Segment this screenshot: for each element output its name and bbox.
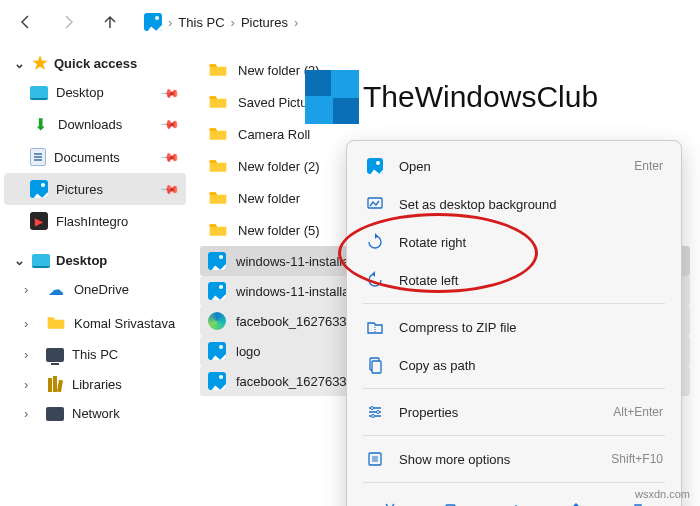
file-label: facebook_162763387 xyxy=(236,314,361,329)
folder-icon xyxy=(208,60,228,80)
rename-button[interactable] xyxy=(494,495,534,506)
up-button[interactable] xyxy=(92,4,128,40)
folder-icon xyxy=(208,124,228,144)
menu-setbg[interactable]: Set as desktop background xyxy=(353,185,675,223)
documents-icon xyxy=(30,148,46,166)
folder-row[interactable]: Saved Pictures xyxy=(200,86,690,118)
menu-label: Rotate right xyxy=(399,235,663,250)
breadcrumb[interactable]: › This PC › Pictures › xyxy=(134,2,692,42)
folder-icon xyxy=(46,313,66,333)
sidebar-item-downloads[interactable]: ⬇ Downloads 📌 xyxy=(4,107,186,141)
svg-rect-2 xyxy=(372,361,381,373)
credit-label: wsxdn.com xyxy=(635,488,690,500)
image-file-icon xyxy=(208,342,226,360)
svg-point-5 xyxy=(372,415,375,418)
menu-open[interactable]: Open Enter xyxy=(353,147,675,185)
rotate-left-icon xyxy=(365,270,385,290)
sidebar-item-label: Pictures xyxy=(56,182,103,197)
chevron-right-icon: › xyxy=(168,15,172,30)
cloud-icon: ☁ xyxy=(46,279,66,299)
edge-icon xyxy=(208,312,226,330)
chevron-right-icon: › xyxy=(24,406,38,421)
context-toolbar xyxy=(353,487,675,506)
file-label: New folder xyxy=(238,191,300,206)
chevron-down-icon: ⌄ xyxy=(12,56,26,71)
menu-accel: Enter xyxy=(634,159,663,173)
image-file-icon xyxy=(208,372,226,390)
sidebar-item-desktop[interactable]: Desktop 📌 xyxy=(4,78,186,107)
cut-button[interactable] xyxy=(370,495,410,506)
menu-label: Set as desktop background xyxy=(399,197,663,212)
pin-icon: 📌 xyxy=(160,82,181,103)
folder-icon xyxy=(208,92,228,112)
chevron-right-icon: › xyxy=(24,347,38,362)
file-label: logo xyxy=(236,344,261,359)
back-button[interactable] xyxy=(8,4,44,40)
quick-access-label: Quick access xyxy=(54,56,137,71)
flash-icon: ▶ xyxy=(30,212,48,230)
sidebar-item-label: Desktop xyxy=(56,85,104,100)
sidebar-item-flashintegro[interactable]: ▶ FlashIntegro xyxy=(4,205,186,237)
file-label: New folder (5) xyxy=(238,223,320,238)
menu-rotate-left[interactable]: Rotate left xyxy=(353,261,675,299)
chevron-down-icon: ⌄ xyxy=(12,253,26,268)
svg-point-3 xyxy=(371,407,374,410)
image-file-icon xyxy=(208,282,226,300)
svg-rect-0 xyxy=(368,198,382,208)
zip-icon xyxy=(365,317,385,337)
sidebar-item-thispc[interactable]: › This PC xyxy=(4,340,186,369)
chevron-right-icon: › xyxy=(24,282,38,297)
desktop-icon xyxy=(32,254,50,268)
sidebar-item-label: Libraries xyxy=(72,377,122,392)
menu-label: Open xyxy=(399,159,620,174)
sidebar-item-onedrive[interactable]: › ☁ OneDrive xyxy=(4,272,186,306)
file-label: windows-11-installat xyxy=(236,254,353,269)
image-file-icon xyxy=(208,252,226,270)
file-label: Camera Roll xyxy=(238,127,310,142)
properties-icon xyxy=(365,402,385,422)
menu-more[interactable]: Show more options Shift+F10 xyxy=(353,440,675,478)
breadcrumb-root[interactable]: This PC xyxy=(178,15,224,30)
pin-icon: 📌 xyxy=(160,147,181,168)
chevron-right-icon: › xyxy=(24,377,38,392)
toolbar: › This PC › Pictures › xyxy=(0,0,700,44)
libraries-icon xyxy=(46,376,64,392)
sidebar: ⌄ ★ Quick access Desktop 📌 ⬇ Downloads 📌… xyxy=(0,44,190,506)
copy-button[interactable] xyxy=(432,495,472,506)
sidebar-item-documents[interactable]: Documents 📌 xyxy=(4,141,186,173)
sidebar-item-userfolder[interactable]: › Komal Srivastava xyxy=(4,306,186,340)
sidebar-item-libraries[interactable]: › Libraries xyxy=(4,369,186,399)
folder-icon xyxy=(208,220,228,240)
sidebar-item-pictures[interactable]: Pictures 📌 xyxy=(4,173,186,205)
menu-rotate-right[interactable]: Rotate right xyxy=(353,223,675,261)
menu-separator xyxy=(363,482,665,483)
menu-copypath[interactable]: Copy as path xyxy=(353,346,675,384)
sidebar-item-label: Network xyxy=(72,406,120,421)
file-label: windows-11-installat xyxy=(236,284,353,299)
menu-properties[interactable]: Properties Alt+Enter xyxy=(353,393,675,431)
rotate-right-icon xyxy=(365,232,385,252)
folder-row[interactable]: New folder (3) xyxy=(200,54,690,86)
sidebar-item-label: FlashIntegro xyxy=(56,214,128,229)
quick-access-header[interactable]: ⌄ ★ Quick access xyxy=(4,48,186,78)
sidebar-item-label: Documents xyxy=(54,150,120,165)
forward-button[interactable] xyxy=(50,4,86,40)
share-button[interactable] xyxy=(556,495,596,506)
pin-icon: 📌 xyxy=(160,114,181,135)
desktop-tree-header[interactable]: ⌄ Desktop xyxy=(4,249,186,272)
pc-icon xyxy=(46,348,64,362)
menu-separator xyxy=(363,435,665,436)
menu-accel: Alt+Enter xyxy=(613,405,663,419)
file-label: New folder (2) xyxy=(238,159,320,174)
folder-icon xyxy=(208,156,228,176)
desktop-bg-icon xyxy=(365,194,385,214)
menu-compress[interactable]: Compress to ZIP file xyxy=(353,308,675,346)
breadcrumb-current[interactable]: Pictures xyxy=(241,15,288,30)
chevron-right-icon: › xyxy=(294,15,298,30)
open-icon xyxy=(365,156,385,176)
sidebar-item-label: This PC xyxy=(72,347,118,362)
menu-accel: Shift+F10 xyxy=(611,452,663,466)
menu-separator xyxy=(363,303,665,304)
sidebar-item-network[interactable]: › Network xyxy=(4,399,186,428)
sidebar-item-label: OneDrive xyxy=(74,282,129,297)
